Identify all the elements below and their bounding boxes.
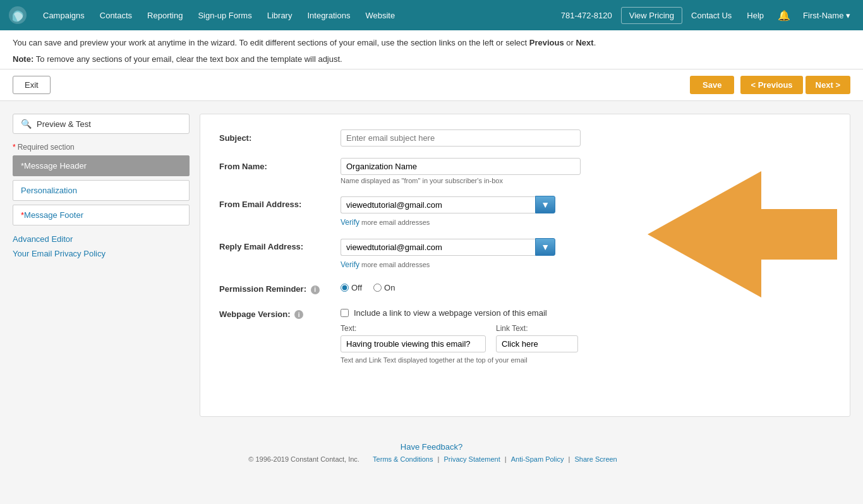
webpage-label: Webpage Version: i xyxy=(219,306,333,320)
nav-reporting[interactable]: Reporting xyxy=(141,7,189,24)
reply-email-input[interactable] xyxy=(341,239,535,256)
from-email-input[interactable] xyxy=(341,196,535,213)
nav-signup-forms[interactable]: Sign-up Forms xyxy=(191,7,258,24)
nav-help[interactable]: Help xyxy=(740,7,770,24)
previous-button[interactable]: < Previous xyxy=(740,76,802,94)
from-email-label: From Email Address: xyxy=(219,196,333,209)
from-email-more-text: more email addresses xyxy=(359,219,430,226)
feedback-link[interactable]: Have Feedback? xyxy=(13,442,850,452)
from-email-input-group: ▼ xyxy=(341,196,555,213)
svg-marker-1 xyxy=(648,171,837,297)
from-email-row: From Email Address: ▼ Verify more email … xyxy=(219,196,831,227)
save-button[interactable]: Save xyxy=(690,76,734,94)
permission-radio-group: Off On xyxy=(341,280,831,292)
sidebar: 🔍 Preview & Test * Required section *Mes… xyxy=(13,114,190,417)
subject-field xyxy=(341,129,831,147)
top-nav: Campaigns Contacts Reporting Sign-up For… xyxy=(0,0,863,30)
sidebar-item-label: Message Header xyxy=(24,161,87,171)
terms-link[interactable]: Terms & Conditions xyxy=(373,455,433,463)
webpage-text-label: Text: xyxy=(341,324,486,333)
view-pricing-link[interactable]: View Pricing xyxy=(621,7,682,24)
webpage-checkbox[interactable] xyxy=(341,309,349,317)
permission-on-radio[interactable] xyxy=(373,284,382,292)
phone-number: 781-472-8120 xyxy=(555,7,619,24)
from-email-field: ▼ Verify more email addresses xyxy=(341,196,831,227)
nav-contacts[interactable]: Contacts xyxy=(94,7,138,24)
antispam-link[interactable]: Anti-Spam Policy xyxy=(511,455,564,463)
exit-button[interactable]: Exit xyxy=(13,76,51,94)
reply-email-input-group: ▼ xyxy=(341,238,555,256)
webpage-info-icon: i xyxy=(294,310,303,319)
permission-info-icon: i xyxy=(311,285,320,294)
from-name-input[interactable] xyxy=(341,158,581,175)
webpage-inputs: Text: Link Text: xyxy=(341,324,831,352)
permission-reminder-row: Permission Reminder: i Off On xyxy=(219,280,831,294)
share-screen-link[interactable]: Share Screen xyxy=(574,455,617,463)
page-footer: Have Feedback? © 1996-2019 Constant Cont… xyxy=(0,429,863,476)
sidebar-item-message-footer[interactable]: *Message Footer xyxy=(13,205,190,225)
sidebar-item-personalization[interactable]: Personalization xyxy=(13,180,190,201)
nav-campaigns[interactable]: Campaigns xyxy=(37,7,91,24)
webpage-link-input[interactable] xyxy=(496,335,578,352)
info-line-1: You can save and preview your work at an… xyxy=(13,37,850,49)
nav-contact-us[interactable]: Contact Us xyxy=(685,7,738,24)
from-name-label: From Name: xyxy=(219,158,333,171)
reply-email-more-text: more email addresses xyxy=(359,261,430,268)
webpage-field: Include a link to view a webpage version… xyxy=(341,306,831,364)
next-button[interactable]: Next > xyxy=(806,76,850,94)
search-icon: 🔍 xyxy=(21,119,32,129)
subject-label: Subject: xyxy=(219,129,333,143)
copyright-text: © 1996-2019 Constant Contact, Inc. xyxy=(248,455,359,463)
brand-logo xyxy=(8,5,28,25)
webpage-text-group: Text: xyxy=(341,324,486,352)
permission-label: Permission Reminder: i xyxy=(219,280,333,294)
reply-email-label: Reply Email Address: xyxy=(219,238,333,251)
nav-integrations[interactable]: Integrations xyxy=(301,7,356,24)
reply-email-dropdown-btn[interactable]: ▼ xyxy=(535,238,555,256)
from-email-verify-link[interactable]: Verify xyxy=(341,218,359,227)
subject-input[interactable] xyxy=(341,129,581,147)
privacy-link[interactable]: Privacy Statement xyxy=(444,455,500,463)
info-line-2: Note: To remove any sections of your ema… xyxy=(13,53,850,66)
preview-test-label: Preview & Test xyxy=(37,119,91,129)
reply-email-row: Reply Email Address: ▼ Verify more email… xyxy=(219,238,831,269)
from-name-row: From Name: Name displayed as "from" in y… xyxy=(219,158,831,184)
from-email-dropdown-btn[interactable]: ▼ xyxy=(535,196,555,213)
nav-library[interactable]: Library xyxy=(261,7,299,24)
sidebar-item-message-header[interactable]: *Message Header xyxy=(13,155,190,176)
from-name-field: Name displayed as "from" in your subscri… xyxy=(341,158,831,184)
message-footer-link[interactable]: *Message Footer xyxy=(21,210,83,220)
required-label: * Required section xyxy=(13,143,190,152)
reply-email-field: ▼ Verify more email addresses xyxy=(341,238,831,269)
privacy-policy-link[interactable]: Your Email Privacy Policy xyxy=(13,249,190,258)
personalization-link[interactable]: Personalization xyxy=(21,186,77,195)
webpage-note: Text and Link Text displayed together at… xyxy=(341,356,831,364)
reply-email-verify-link[interactable]: Verify xyxy=(341,260,359,269)
webpage-link-label: Link Text: xyxy=(496,324,578,333)
webpage-link-group: Link Text: xyxy=(496,324,578,352)
main-content: 🔍 Preview & Test * Required section *Mes… xyxy=(0,101,863,429)
toolbar: Exit Save < Previous Next > xyxy=(0,69,863,101)
from-name-hint: Name displayed as "from" in your subscri… xyxy=(341,177,831,184)
webpage-version-row: Webpage Version: i Include a link to vie… xyxy=(219,306,831,364)
preview-test-button[interactable]: 🔍 Preview & Test xyxy=(13,114,190,134)
permission-on-option[interactable]: On xyxy=(373,283,395,292)
notifications-icon[interactable]: 🔔 xyxy=(773,6,795,25)
webpage-checkbox-label: Include a link to view a webpage version… xyxy=(354,308,547,318)
info-bar: You can save and preview your work at an… xyxy=(0,30,863,69)
sidebar-links: Advanced Editor Your Email Privacy Polic… xyxy=(13,234,190,258)
permission-field: Off On xyxy=(341,280,831,292)
advanced-editor-link[interactable]: Advanced Editor xyxy=(13,234,190,244)
required-asterisk: * xyxy=(13,143,16,152)
user-menu[interactable]: First-Name ▾ xyxy=(798,7,855,24)
form-panel: Subject: From Name: Name displayed as "f… xyxy=(200,114,850,417)
permission-off-option[interactable]: Off xyxy=(341,283,362,292)
webpage-checkbox-row: Include a link to view a webpage version… xyxy=(341,306,831,318)
permission-off-radio[interactable] xyxy=(341,284,349,292)
footer-links: © 1996-2019 Constant Contact, Inc. Terms… xyxy=(13,455,850,463)
nav-website[interactable]: Website xyxy=(359,7,401,24)
webpage-text-input[interactable] xyxy=(341,335,486,352)
subject-row: Subject: xyxy=(219,129,831,147)
